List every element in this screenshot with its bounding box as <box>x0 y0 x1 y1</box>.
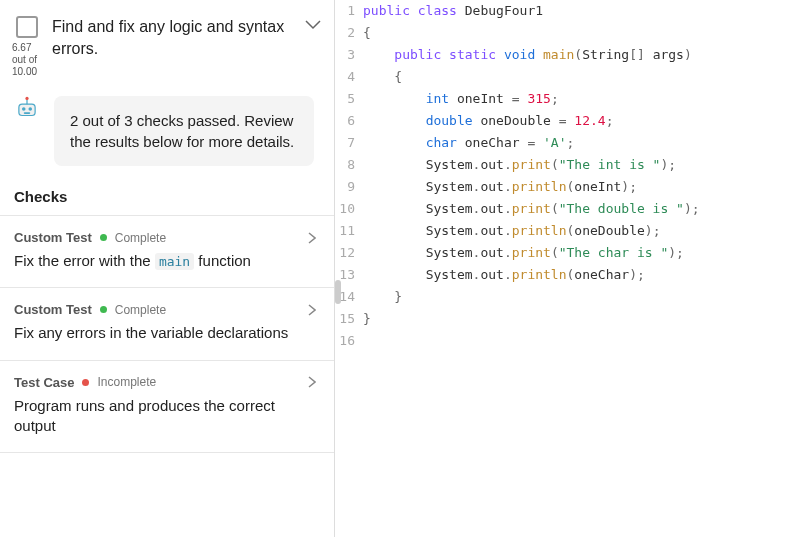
svg-point-2 <box>28 107 32 111</box>
code-content[interactable]: } <box>363 286 402 308</box>
code-line[interactable]: 5 int oneInt = 315; <box>335 88 797 110</box>
task-title: Find and fix any logic and syntax errors… <box>52 16 294 59</box>
code-content[interactable]: System.out.print("The int is "); <box>363 154 676 176</box>
line-number: 5 <box>335 88 363 110</box>
score-total: 10.00 <box>12 66 42 78</box>
chevron-down-icon <box>305 20 321 30</box>
code-line[interactable]: 16 <box>335 330 797 352</box>
check-description: Fix the error with the main function <box>14 251 320 271</box>
code-content[interactable]: int oneInt = 315; <box>363 88 559 110</box>
code-content[interactable]: System.out.println(oneDouble); <box>363 220 660 242</box>
code-content[interactable]: { <box>363 66 402 88</box>
check-description: Fix any errors in the variable declarati… <box>14 323 320 343</box>
check-description: Program runs and produces the correct ou… <box>14 396 320 437</box>
checks-list: Custom TestCompleteFix the error with th… <box>0 215 334 453</box>
code-content[interactable]: System.out.print("The double is "); <box>363 198 700 220</box>
chevron-right-icon <box>308 376 320 388</box>
inline-code: main <box>155 253 194 270</box>
chevron-right-icon <box>308 232 320 244</box>
check-type: Custom Test <box>14 302 92 317</box>
score-label: out of <box>12 54 42 66</box>
code-editor[interactable]: 1public class DebugFour12{3 public stati… <box>335 0 797 537</box>
check-type: Custom Test <box>14 230 92 245</box>
code-content[interactable]: System.out.print("The char is "); <box>363 242 684 264</box>
check-item[interactable]: Custom TestCompleteFix any errors in the… <box>0 287 334 359</box>
line-number: 9 <box>335 176 363 198</box>
scroll-handle[interactable] <box>335 280 341 304</box>
task-header-left: 6.67 out of 10.00 <box>12 16 42 78</box>
code-content[interactable]: char oneChar = 'A'; <box>363 132 574 154</box>
task-complete-checkbox[interactable] <box>16 16 38 38</box>
feedback-bubble: 2 out of 3 checks passed. Review the res… <box>54 96 314 166</box>
svg-point-5 <box>25 97 28 100</box>
status-dot-complete-icon <box>100 306 107 313</box>
check-item[interactable]: Custom TestCompleteFix the error with th… <box>0 215 334 287</box>
check-item[interactable]: Test CaseIncompleteProgram runs and prod… <box>0 360 334 454</box>
code-line[interactable]: 14 } <box>335 286 797 308</box>
line-number: 1 <box>335 0 363 22</box>
code-content[interactable]: double oneDouble = 12.4; <box>363 110 614 132</box>
check-head: Custom TestComplete <box>14 302 320 317</box>
line-number: 4 <box>335 66 363 88</box>
code-line[interactable]: 1public class DebugFour1 <box>335 0 797 22</box>
code-line[interactable]: 3 public static void main(String[] args) <box>335 44 797 66</box>
check-status: Complete <box>115 231 166 245</box>
check-status: Complete <box>115 303 166 317</box>
line-number: 6 <box>335 110 363 132</box>
checks-heading: Checks <box>0 184 334 215</box>
code-content[interactable]: public class DebugFour1 <box>363 0 543 22</box>
chevron-right-icon <box>308 304 320 316</box>
code-content[interactable]: { <box>363 22 371 44</box>
line-number: 12 <box>335 242 363 264</box>
code-line[interactable]: 13 System.out.println(oneChar); <box>335 264 797 286</box>
line-number: 16 <box>335 330 363 352</box>
robot-icon <box>14 96 40 122</box>
status-dot-incomplete-icon <box>82 379 89 386</box>
line-number: 2 <box>335 22 363 44</box>
feedback-row: 2 out of 3 checks passed. Review the res… <box>0 90 334 184</box>
task-header: 6.67 out of 10.00 Find and fix any logic… <box>0 0 334 90</box>
code-line[interactable]: 9 System.out.println(oneInt); <box>335 176 797 198</box>
check-type: Test Case <box>14 375 74 390</box>
code-line[interactable]: 2{ <box>335 22 797 44</box>
line-number: 11 <box>335 220 363 242</box>
code-line[interactable]: 6 double oneDouble = 12.4; <box>335 110 797 132</box>
task-panel: 6.67 out of 10.00 Find and fix any logic… <box>0 0 335 537</box>
code-line[interactable]: 15} <box>335 308 797 330</box>
code-line[interactable]: 4 { <box>335 66 797 88</box>
score-box: 6.67 out of 10.00 <box>12 42 42 78</box>
svg-point-1 <box>22 107 26 111</box>
check-head: Test CaseIncomplete <box>14 375 320 390</box>
code-line[interactable]: 12 System.out.print("The char is "); <box>335 242 797 264</box>
code-content[interactable]: System.out.println(oneInt); <box>363 176 637 198</box>
check-status: Incomplete <box>97 375 156 389</box>
code-line[interactable]: 10 System.out.print("The double is "); <box>335 198 797 220</box>
score-earned: 6.67 <box>12 42 42 54</box>
line-number: 10 <box>335 198 363 220</box>
line-number: 7 <box>335 132 363 154</box>
line-number: 8 <box>335 154 363 176</box>
code-line[interactable]: 8 System.out.print("The int is "); <box>335 154 797 176</box>
status-dot-complete-icon <box>100 234 107 241</box>
collapse-toggle[interactable] <box>304 16 322 34</box>
code-content[interactable]: public static void main(String[] args) <box>363 44 692 66</box>
code-line[interactable]: 7 char oneChar = 'A'; <box>335 132 797 154</box>
line-number: 3 <box>335 44 363 66</box>
line-number: 15 <box>335 308 363 330</box>
code-content[interactable]: } <box>363 308 371 330</box>
check-head: Custom TestComplete <box>14 230 320 245</box>
code-content[interactable]: System.out.println(oneChar); <box>363 264 645 286</box>
code-line[interactable]: 11 System.out.println(oneDouble); <box>335 220 797 242</box>
app-root: 6.67 out of 10.00 Find and fix any logic… <box>0 0 797 537</box>
svg-rect-3 <box>24 112 31 114</box>
